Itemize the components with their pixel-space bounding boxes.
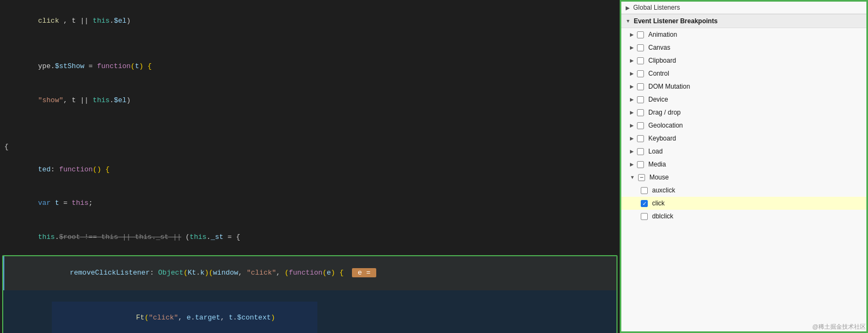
bp-item-media[interactable]: ▶ Media [621, 158, 866, 171]
code-text: removeClickListener: Object(Kt.k)(window… [11, 256, 376, 290]
code-line: removeClickListener: Object(Kt.k)(window… [3, 256, 616, 290]
media-label: Media [648, 161, 666, 168]
canvas-label: Canvas [648, 44, 670, 51]
bp-item-device[interactable]: ▶ Device [621, 93, 866, 106]
right-panel: ▶ Global Listeners ▼ Event Listener Brea… [620, 0, 868, 333]
chevron-down-icon: ▼ [630, 175, 635, 180]
code-text: this.$root !== this || this._st || (this… [4, 221, 240, 254]
code-line [0, 38, 620, 50]
code-line: click , t || this.$el) [0, 4, 620, 38]
chevron-right-icon: ▶ [630, 123, 634, 128]
chevron-right-icon: ▶ [630, 136, 634, 141]
bp-item-click[interactable]: ✓ click [621, 197, 866, 210]
code-panel: click , t || this.$el) ype.$stShow = fun… [0, 0, 620, 333]
code-text: { [4, 142, 9, 153]
bp-item-auxclick[interactable]: auxclick [621, 184, 866, 197]
control-checkbox[interactable] [637, 70, 644, 77]
code-line [0, 117, 620, 129]
dblclick-checkbox[interactable] [641, 213, 648, 220]
global-listeners-header[interactable]: ▶ Global Listeners [621, 2, 866, 14]
geolocation-checkbox[interactable] [637, 122, 644, 129]
code-line: this.$root !== this || this._st || (this… [0, 221, 620, 254]
dom-mutation-label: DOM Mutation [648, 83, 690, 90]
mouse-label: Mouse [649, 174, 669, 181]
chevron-right-icon: ▶ [630, 58, 634, 63]
device-label: Device [648, 96, 668, 103]
device-checkbox[interactable] [637, 96, 644, 103]
code-line-ft: Ft("click", e.target, t.$context) [3, 290, 616, 333]
chevron-right-icon: ▶ [630, 110, 634, 115]
code-text: click , t || this.$el) [4, 4, 131, 38]
dblclick-label: dblclick [652, 212, 673, 220]
event-listener-breakpoints-section: ▼ Event Listener Breakpoints ▶ Animation… [621, 14, 866, 331]
drag-drop-label: Drag / drop [648, 109, 681, 116]
code-content: click , t || this.$el) ype.$stShow = fun… [0, 0, 620, 333]
keyboard-label: Keyboard [648, 135, 676, 142]
geolocation-label: Geolocation [648, 122, 683, 129]
chevron-right-icon: ▶ [626, 5, 630, 11]
click-checkbox[interactable]: ✓ [641, 200, 648, 207]
bp-item-dblclick[interactable]: dblclick [621, 210, 866, 223]
code-text: Ft("click", e.target, t.$context) [10, 290, 275, 333]
chevron-down-icon: ▼ [626, 18, 630, 24]
bp-item-mouse[interactable]: ▼ − Mouse [621, 171, 866, 184]
watermark: @稀土掘金技术社区 [812, 323, 866, 331]
bp-item-clipboard[interactable]: ▶ Clipboard [621, 54, 866, 67]
chevron-right-icon: ▶ [630, 71, 634, 76]
clipboard-checkbox[interactable] [637, 57, 644, 64]
chevron-right-icon: ▶ [630, 149, 634, 154]
code-line: var t = this; [0, 187, 620, 221]
code-line: ted: function() { [0, 153, 620, 187]
chevron-right-icon: ▶ [630, 84, 634, 89]
code-line: ype.$stShow = function(t) { [0, 50, 620, 83]
auxclick-checkbox[interactable] [641, 187, 648, 194]
code-line: "show", t || this.$el) [0, 84, 620, 117]
code-text: var t = this; [4, 187, 93, 221]
mouse-checkbox[interactable]: − [638, 174, 645, 181]
bp-item-dom-mutation[interactable]: ▶ DOM Mutation [621, 80, 866, 93]
load-checkbox[interactable] [637, 148, 644, 155]
animation-checkbox[interactable] [637, 31, 644, 38]
bp-item-drag-drop[interactable]: ▶ Drag / drop [621, 106, 866, 119]
green-box-region: removeClickListener: Object(Kt.k)(window… [2, 255, 618, 333]
chevron-right-icon: ▶ [630, 97, 634, 102]
code-line [0, 129, 620, 141]
auxclick-label: auxclick [652, 187, 675, 194]
bp-item-geolocation[interactable]: ▶ Geolocation [621, 119, 866, 132]
load-label: Load [648, 148, 663, 155]
chevron-right-icon: ▶ [630, 32, 634, 37]
canvas-checkbox[interactable] [637, 44, 644, 51]
keyboard-checkbox[interactable] [637, 135, 644, 142]
drag-drop-checkbox[interactable] [637, 109, 644, 116]
global-listeners-section: ▶ Global Listeners [621, 2, 866, 14]
code-text: ype.$stShow = function(t) { [4, 50, 152, 83]
code-text: ted: function() { [4, 153, 110, 187]
event-listener-breakpoints-header[interactable]: ▼ Event Listener Breakpoints [621, 15, 866, 28]
media-checkbox[interactable] [637, 161, 644, 168]
event-listener-breakpoints-label: Event Listener Breakpoints [634, 17, 717, 25]
code-line: { [0, 141, 620, 153]
bp-item-canvas[interactable]: ▶ Canvas [621, 41, 866, 54]
code-text: "show", t || this.$el) [4, 84, 131, 117]
chevron-right-icon: ▶ [630, 45, 634, 50]
dom-mutation-checkbox[interactable] [637, 83, 644, 90]
control-label: Control [648, 70, 669, 77]
animation-label: Animation [648, 31, 677, 38]
bp-item-load[interactable]: ▶ Load [621, 145, 866, 158]
bp-item-control[interactable]: ▶ Control [621, 67, 866, 80]
global-listeners-label: Global Listeners [633, 4, 680, 11]
bp-item-keyboard[interactable]: ▶ Keyboard [621, 132, 866, 145]
chevron-right-icon: ▶ [630, 162, 634, 167]
click-label: click [652, 199, 664, 207]
clipboard-label: Clipboard [648, 57, 676, 64]
bp-item-animation[interactable]: ▶ Animation [621, 28, 866, 41]
